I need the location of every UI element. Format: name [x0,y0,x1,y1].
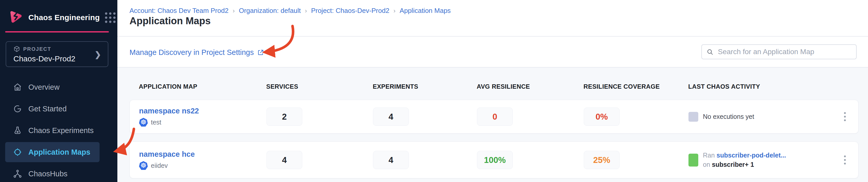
column-header-application-map: APPLICATION MAP [139,83,266,90]
experiments-count: 4 [373,151,409,169]
application-map-link[interactable]: namespace ns22 [139,107,267,115]
ran-label: Ran [703,152,715,159]
sidebar-item-chaoshubs[interactable]: ChaosHubs [0,163,117,182]
column-header-services: SERVICES [266,83,373,90]
services-count: 4 [267,151,302,169]
no-execution-status-chip [688,112,698,122]
header-divider [117,36,868,37]
column-header-resilience-coverage: RESILIENCE COVERAGE [584,83,688,90]
sidebar-item-overview[interactable]: Overview [0,76,117,98]
avg-resilience-value: 100% [477,151,513,169]
breadcrumb: Account: Chaos Dev Team Prod2 › Organiza… [129,7,451,15]
sidebar-header: Chaos Engineering [0,0,117,25]
application-map-search[interactable] [701,44,857,59]
environment-label: eiidev [151,162,168,170]
application-map-cell: namespace hce ☸ eiidev [139,150,267,170]
search-icon [707,49,713,55]
breadcrumb-organization[interactable]: Organization: default [239,7,301,15]
table-header-row: APPLICATION MAP SERVICES EXPERIMENTS AVG… [129,83,859,90]
flask-icon [13,126,22,135]
sidebar-item-label: Overview [28,83,60,92]
application-maps-table: APPLICATION MAP SERVICES EXPERIMENTS AVG… [117,67,868,182]
environment-label: test [151,119,161,126]
project-selector[interactable]: PROJECT Chaos-Dev-Prod2 ❯ [6,41,108,67]
resilience-coverage-value: 25% [584,151,620,169]
kubernetes-icon: ☸ [139,118,148,127]
chevron-right-icon: ❯ [95,50,101,59]
sidebar-item-label: Chaos Experiments [28,126,94,135]
breadcrumb-separator: › [393,7,396,14]
get-started-icon [13,104,22,114]
brand-accent-rule [5,31,109,32]
experiment-link[interactable]: subscriber-pod-delet... [717,152,786,159]
chaos-engineering-logo [8,10,23,25]
sidebar-item-chaos-experiments[interactable]: Chaos Experiments [0,120,117,141]
services-count: 2 [267,108,302,126]
home-icon [13,83,22,92]
breadcrumb-project[interactable]: Project: Chaos-Dev-Prod2 [311,7,389,15]
column-header-avg-resilience: AVG RESILIENCE [477,83,584,90]
breadcrumb-separator: › [305,7,307,14]
sidebar-item-application-maps[interactable]: Application Maps [5,142,99,162]
sidebar-item-label: Get Started [28,105,67,113]
last-chaos-activity-cell: Ran subscriber-pod-delet... on subscribe… [688,151,831,169]
sidebar: Chaos Engineering PROJECT Chaos-Dev-Prod… [0,0,117,182]
application-map-cell: namespace ns22 ☸ test [139,107,267,127]
table-row[interactable]: namespace hce ☸ eiidev 4 4 100% 25% Ran … [129,142,859,178]
cube-icon [13,46,20,52]
chaos-engineering-app: Chaos Engineering PROJECT Chaos-Dev-Prod… [0,0,868,182]
sidebar-nav: Overview Get Started Chaos Experiments [0,76,117,182]
table-row[interactable]: namespace ns22 ☸ test 2 4 0 0% No execut… [129,100,859,133]
column-header-last-chaos-activity: LAST CHAOS ACTIVITY [688,83,831,90]
search-input[interactable] [717,48,851,56]
app-title: Chaos Engineering [28,13,100,22]
manage-discovery-label: Manage Discovery in Project Settings [129,48,254,57]
external-link-icon [257,49,264,56]
project-label: PROJECT [23,46,51,52]
sidebar-item-label: Application Maps [28,148,90,156]
sidebar-item-get-started[interactable]: Get Started [0,98,117,120]
page-title: Application Maps [129,16,211,27]
row-menu-kebab-icon[interactable] [842,153,848,166]
breadcrumb-separator: › [233,7,235,14]
row-menu-kebab-icon[interactable] [842,110,848,123]
target-icon [13,148,22,157]
main-content: Account: Chaos Dev Team Prod2 › Organiza… [117,0,868,182]
last-chaos-activity-cell: No executions yet [688,112,831,122]
on-label: on [703,161,710,168]
column-header-experiments: EXPERIMENTS [373,83,477,90]
breadcrumb-account[interactable]: Account: Chaos Dev Team Prod2 [129,7,228,15]
kubernetes-icon: ☸ [139,161,148,170]
resilience-coverage-value: 0% [584,108,620,126]
avg-resilience-value: 0 [477,108,513,126]
success-status-chip [688,154,698,166]
breadcrumb-current-page[interactable]: Application Maps [400,7,451,15]
activity-text: No executions yet [703,113,754,120]
application-map-link[interactable]: namespace hce [139,150,267,158]
network-icon [13,169,22,178]
project-name: Chaos-Dev-Prod2 [13,54,102,63]
sidebar-item-label: ChaosHubs [28,170,68,178]
module-grid-icon[interactable] [105,12,116,23]
experiments-count: 4 [373,108,409,126]
manage-discovery-link[interactable]: Manage Discovery in Project Settings [129,48,264,57]
activity-target: subscriber+ 1 [712,161,754,168]
